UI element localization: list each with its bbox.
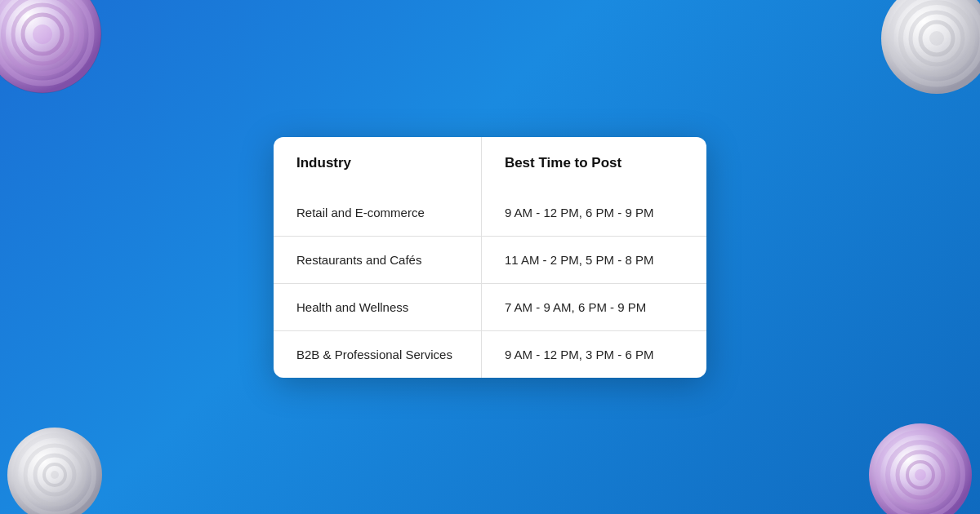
best-time-cell: 9 AM - 12 PM, 3 PM - 6 PM (481, 330, 706, 378)
decoration-egg-top-right (878, 0, 980, 98)
svg-point-21 (51, 471, 59, 479)
industry-cell: B2B & Professional Services (274, 330, 481, 378)
industry-header: Industry (274, 137, 481, 189)
industry-cell: Restaurants and Cafés (274, 236, 481, 283)
svg-point-6 (33, 24, 52, 44)
table-row: Restaurants and Cafés11 AM - 2 PM, 5 PM … (274, 236, 706, 283)
best-time-cell: 9 AM - 12 PM, 6 PM - 9 PM (481, 189, 706, 237)
industry-cell: Health and Wellness (274, 283, 481, 330)
svg-point-14 (929, 31, 944, 46)
best-time-cell: 11 AM - 2 PM, 5 PM - 8 PM (481, 236, 706, 283)
table-row: Retail and E-commerce9 AM - 12 PM, 6 PM … (274, 189, 706, 237)
industry-cell: Retail and E-commerce (274, 189, 481, 237)
svg-point-28 (915, 469, 926, 481)
decoration-egg-top-left (0, 0, 106, 98)
best-time-cell: 7 AM - 9 AM, 6 PM - 9 PM (481, 283, 706, 330)
main-table-container: Industry Best Time to Post Retail and E-… (274, 137, 706, 378)
decoration-egg-bottom-left (4, 424, 106, 514)
table-header-row: Industry Best Time to Post (274, 137, 706, 189)
table-row: Health and Wellness7 AM - 9 AM, 6 PM - 9… (274, 283, 706, 330)
best-time-header: Best Time to Post (481, 137, 706, 189)
decoration-egg-bottom-right (866, 420, 976, 514)
table-row: B2B & Professional Services9 AM - 12 PM,… (274, 330, 706, 378)
posting-times-table: Industry Best Time to Post Retail and E-… (274, 137, 706, 378)
